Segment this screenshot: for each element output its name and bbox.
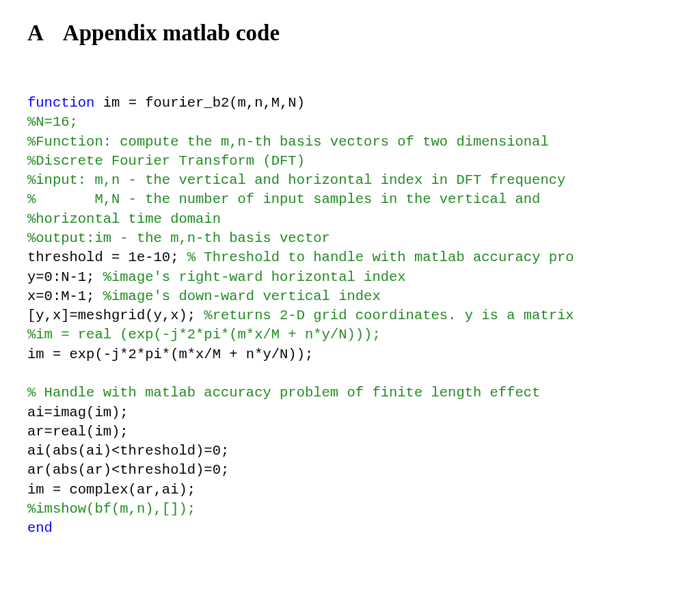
code-text: x=0:M-1; [27, 288, 103, 304]
code-line: %im = real (exp(-j*2*pi*(m*x/M + n*y/N))… [27, 325, 673, 345]
code-text: [y,x]=meshgrid(y,x); [27, 308, 204, 323]
code-line: % M,N - the number of input samples in t… [27, 190, 673, 209]
code-line: %Discrete Fourier Transform (DFT) [27, 152, 673, 171]
code-text [27, 366, 36, 381]
code-line: % Handle with matlab accuracy problem of… [27, 383, 673, 403]
code-comment: % Handle with matlab accuracy problem of… [27, 385, 540, 401]
code-line: x=0:M-1; %image's down-ward vertical ind… [27, 287, 673, 306]
section-heading: AAppendix matlab code [27, 21, 673, 46]
code-line: im = complex(ar,ai); [27, 481, 673, 500]
code-comment: % Threshold to handle with matlab accura… [187, 249, 574, 265]
code-line: [y,x]=meshgrid(y,x); %returns 2-D grid c… [27, 306, 673, 325]
code-text: ai=imag(im); [27, 405, 129, 420]
code-text: ar(abs(ar)<threshold)=0; [27, 462, 229, 478]
code-text: im = complex(ar,ai); [27, 482, 196, 498]
code-line [27, 364, 673, 383]
code-line: %input: m,n - the vertical and horizonta… [27, 171, 673, 190]
code-text: ai(abs(ai)<threshold)=0; [27, 443, 229, 459]
code-line: %imshow(bf(m,n),[]); [27, 500, 673, 519]
code-line: %horizontal time domain [27, 210, 673, 229]
code-comment: %input: m,n - the vertical and horizonta… [27, 172, 565, 188]
code-text: y=0:N-1; [27, 269, 103, 285]
code-comment: %Discrete Fourier Transform (DFT) [27, 153, 305, 169]
section-label: A [27, 21, 44, 45]
code-line: threshold = 1e-10; % Threshold to handle… [27, 248, 673, 267]
code-line: %Function: compute the m,n-th basis vect… [27, 133, 673, 152]
code-text: im = fourier_b2(m,n,M,N) [94, 95, 305, 111]
code-comment: %im = real (exp(-j*2*pi*(m*x/M + n*y/N))… [27, 327, 381, 342]
code-comment: % M,N - the number of input samples in t… [27, 191, 540, 207]
code-comment: %horizontal time domain [27, 211, 221, 227]
code-comment: %imshow(bf(m,n),[]); [27, 501, 196, 517]
section-title: Appendix matlab code [63, 21, 280, 45]
code-line: %N=16; [27, 113, 673, 132]
code-line: ar=real(im); [27, 422, 673, 442]
code-line: ai=imag(im); [27, 403, 673, 422]
code-line: y=0:N-1; %image's right-ward horizontal … [27, 268, 673, 287]
code-comment: %Function: compute the m,n-th basis vect… [27, 134, 549, 150]
code-line: function im = fourier_b2(m,n,M,N) [27, 94, 673, 113]
code-comment: %N=16; [27, 114, 78, 130]
code-text: ar=real(im); [27, 424, 129, 440]
code-line: %output:im - the m,n-th basis vector [27, 229, 673, 248]
code-comment: %returns 2-D grid coordinates. y is a ma… [204, 308, 574, 323]
code-line: ai(abs(ai)<threshold)=0; [27, 442, 673, 461]
code-comment: %image's right-ward horizontal index [103, 269, 406, 285]
code-block: function im = fourier_b2(m,n,M,N)%N=16;%… [27, 94, 673, 538]
code-keyword: end [27, 520, 53, 536]
code-text: im = exp(-j*2*pi*(m*x/M + n*y/N)); [27, 347, 313, 362]
code-comment: %output:im - the m,n-th basis vector [27, 230, 330, 246]
code-line: im = exp(-j*2*pi*(m*x/M + n*y/N)); [27, 345, 673, 364]
code-comment: %image's down-ward vertical index [103, 288, 381, 304]
code-text: threshold = 1e-10; [27, 249, 187, 265]
code-keyword: function [27, 95, 94, 111]
code-line: end [27, 519, 673, 538]
code-line: ar(abs(ar)<threshold)=0; [27, 461, 673, 480]
